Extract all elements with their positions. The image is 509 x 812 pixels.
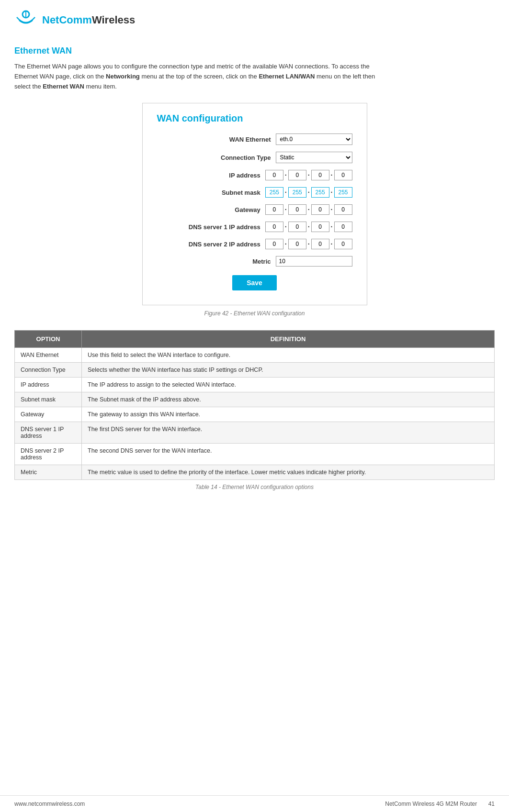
connection-type-control: Static <box>276 152 352 163</box>
dns1-octet-4[interactable] <box>334 222 352 232</box>
subnet-octet-1[interactable] <box>265 187 283 198</box>
ip-dot-2: · <box>308 171 310 179</box>
save-button[interactable]: Save <box>232 275 277 290</box>
page-header: NetCommWireless <box>0 0 509 36</box>
gateway-octet-3[interactable] <box>311 204 329 215</box>
ip-octet-2[interactable] <box>288 170 306 180</box>
dns1-octet-1[interactable] <box>265 222 283 232</box>
subnet-dot-1: · <box>285 189 287 196</box>
wan-ethernet-select[interactable]: eth.0 <box>276 133 352 145</box>
gateway-dot-2: · <box>308 206 310 213</box>
table-row: Metric <box>15 465 82 480</box>
subnet-mask-group: · · · <box>265 187 352 198</box>
gateway-dot-3: · <box>331 206 333 213</box>
dns1-control: · · · <box>265 222 352 232</box>
table-row: Subnet mask <box>15 392 82 407</box>
gateway-control: · · · <box>265 204 352 215</box>
dns2-octet-4[interactable] <box>334 239 352 249</box>
gateway-group: · · · <box>265 204 352 215</box>
wan-config-box: WAN configuration WAN Ethernet eth.0 Con… <box>142 103 367 305</box>
logo-text: NetCommWireless <box>42 14 135 26</box>
ip-octet-4[interactable] <box>334 170 352 180</box>
save-btn-row: Save <box>157 275 352 290</box>
table-row: DNS server 1 IP address <box>15 422 82 444</box>
dns1-dot-3: · <box>331 223 333 231</box>
table-row: The IP address to assign to the selected… <box>82 378 495 392</box>
subnet-octet-3[interactable] <box>311 187 329 198</box>
options-table: OPTION DEFINITION WAN EthernetUse this f… <box>14 330 495 480</box>
page-footer: www.netcommwireless.com NetComm Wireless… <box>0 795 509 812</box>
subnet-mask-row: Subnet mask · · · <box>157 187 352 198</box>
footer-website: www.netcommwireless.com <box>14 801 85 807</box>
table-row: The second DNS server for the WAN interf… <box>82 444 495 465</box>
subnet-octet-2[interactable] <box>288 187 306 198</box>
dns2-dot-1: · <box>285 240 287 248</box>
dns2-control: · · · <box>265 239 352 249</box>
ip-address-control: · · · <box>265 170 352 180</box>
ip-dot-3: · <box>331 171 333 179</box>
dns2-octet-1[interactable] <box>265 239 283 249</box>
table-row: Use this field to select the WAN interfa… <box>82 348 495 363</box>
ip-dot-1: · <box>285 171 287 179</box>
table-row: The gateway to assign this WAN interface… <box>82 407 495 422</box>
table-row: The Subnet mask of the IP address above. <box>82 392 495 407</box>
dns1-dot-1: · <box>285 223 287 231</box>
col-option-header: OPTION <box>15 331 82 348</box>
connection-type-row: Connection Type Static <box>157 152 352 163</box>
dns2-octet-2[interactable] <box>288 239 306 249</box>
ip-address-row: IP address · · · <box>157 170 352 180</box>
footer-product-version: NetComm Wireless 4G M2M Router 41 <box>385 801 495 807</box>
wan-config-title: WAN configuration <box>157 113 352 124</box>
table-row: IP address <box>15 378 82 392</box>
ip-address-group: · · · <box>265 170 352 180</box>
table-row: The first DNS server for the WAN interfa… <box>82 422 495 444</box>
gateway-octet-1[interactable] <box>265 204 283 215</box>
gateway-octet-2[interactable] <box>288 204 306 215</box>
gateway-octet-4[interactable] <box>334 204 352 215</box>
table-row: DNS server 2 IP address <box>15 444 82 465</box>
dns2-dot-2: · <box>308 240 310 248</box>
table-caption: Table 14 - Ethernet WAN configuration op… <box>14 484 495 490</box>
table-row: The metric value is used to define the p… <box>82 465 495 480</box>
dns1-label: DNS server 1 IP address <box>184 223 260 231</box>
col-definition-header: DEFINITION <box>82 331 495 348</box>
ip-address-label: IP address <box>184 172 260 179</box>
figure-caption: Figure 42 - Ethernet WAN configuration <box>204 310 305 317</box>
dns2-label: DNS server 2 IP address <box>184 241 260 248</box>
wan-ethernet-label: WAN Ethernet <box>194 136 271 143</box>
connection-type-select[interactable]: Static <box>276 152 352 163</box>
dns2-group: · · · <box>265 239 352 249</box>
intro-text: The Ethernet WAN page allows you to conf… <box>14 62 484 91</box>
table-row: Selects whether the WAN interface has st… <box>82 363 495 378</box>
dns2-octet-3[interactable] <box>311 239 329 249</box>
metric-input[interactable] <box>276 256 352 267</box>
logo: NetCommWireless <box>14 9 135 32</box>
dns1-group: · · · <box>265 222 352 232</box>
ip-octet-1[interactable] <box>265 170 283 180</box>
wan-ethernet-control: eth.0 <box>276 133 352 145</box>
gateway-label: Gateway <box>184 206 260 213</box>
subnet-mask-control: · · · <box>265 187 352 198</box>
subnet-dot-3: · <box>331 189 333 196</box>
subnet-octet-4[interactable] <box>334 187 352 198</box>
subnet-dot-2: · <box>308 189 310 196</box>
ip-octet-3[interactable] <box>311 170 329 180</box>
subnet-mask-label: Subnet mask <box>184 189 260 196</box>
metric-control <box>276 256 352 267</box>
gateway-row: Gateway · · · <box>157 204 352 215</box>
table-row: Connection Type <box>15 363 82 378</box>
dns2-row: DNS server 2 IP address · · · <box>157 239 352 249</box>
dns2-dot-3: · <box>331 240 333 248</box>
dns1-row: DNS server 1 IP address · · · <box>157 222 352 232</box>
section-title: Ethernet WAN <box>14 46 495 56</box>
table-row: Gateway <box>15 407 82 422</box>
metric-label: Metric <box>194 258 271 265</box>
table-row: WAN Ethernet <box>15 348 82 363</box>
wan-config-container: WAN configuration WAN Ethernet eth.0 Con… <box>14 103 495 326</box>
connection-type-label: Connection Type <box>194 154 271 161</box>
dns1-octet-3[interactable] <box>311 222 329 232</box>
gateway-dot-1: · <box>285 206 287 213</box>
dns1-octet-2[interactable] <box>288 222 306 232</box>
main-content: Ethernet WAN The Ethernet WAN page allow… <box>0 36 509 529</box>
wan-ethernet-row: WAN Ethernet eth.0 <box>157 133 352 145</box>
